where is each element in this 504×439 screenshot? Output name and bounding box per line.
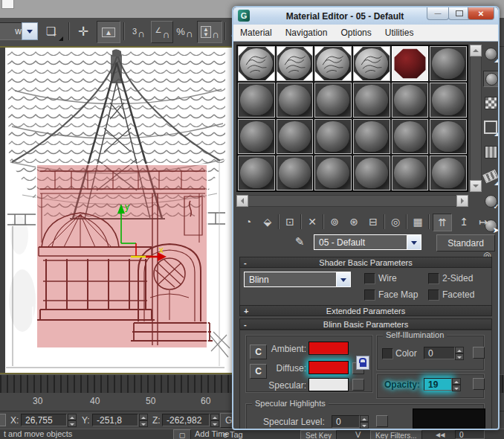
pick-material-eyedropper-icon[interactable]: ✎ <box>293 234 306 249</box>
material-sample-slot[interactable] <box>277 156 314 190</box>
material-sample-slot[interactable] <box>238 156 275 190</box>
transform-gizmo-toggle-icon[interactable] <box>0 414 6 426</box>
material-name-dropdown[interactable]: 05 - Default <box>314 234 407 250</box>
background-icon[interactable] <box>483 95 498 110</box>
y-coordinate-field[interactable]: -251,8 <box>92 414 138 426</box>
shader-rollout-header[interactable]: - Shader Basic Parameters <box>239 257 492 268</box>
use-pivot-point-center-icon[interactable]: ❏+ <box>42 21 64 42</box>
material-sample-slot[interactable] <box>314 156 352 190</box>
menu-navigation[interactable]: Navigation <box>279 25 335 41</box>
diffuse-color-swatch[interactable] <box>308 361 349 374</box>
scroll-right-icon[interactable] <box>456 195 468 207</box>
material-sample-slot[interactable] <box>277 119 314 154</box>
close-button[interactable]: ✕ <box>468 7 494 20</box>
keyboard-shortcut-override-icon[interactable]: ▲ <box>97 21 120 43</box>
extended-rollout-header[interactable]: + Extended Parameters <box>239 305 492 316</box>
material-sample-slot[interactable] <box>277 46 314 81</box>
coordinate-dropdown-arrow-icon[interactable] <box>22 22 38 40</box>
self-illumination-value-field[interactable]: 0 <box>424 347 455 359</box>
ambient-color-swatch[interactable] <box>308 342 349 355</box>
menu-material[interactable]: Material <box>233 25 279 41</box>
get-material-icon[interactable]: ◔ <box>239 214 257 230</box>
scroll-left-icon[interactable] <box>236 195 248 207</box>
material-sample-slot[interactable] <box>353 83 390 118</box>
shader-type-dropdown[interactable]: Blinn <box>244 272 337 287</box>
material-sample-slot[interactable] <box>430 46 467 81</box>
sample-uv-tiling-icon[interactable]: ◢ <box>483 120 498 135</box>
material-sample-slot[interactable] <box>392 156 429 190</box>
material-sample-slot[interactable] <box>430 156 467 190</box>
material-sample-slot[interactable] <box>238 83 275 118</box>
add-time-tag-fragment[interactable]: e Tag <box>223 430 243 439</box>
material-type-button[interactable]: Standard <box>436 234 495 251</box>
material-sample-slot[interactable] <box>430 119 467 154</box>
self-illumination-spinner[interactable] <box>455 347 464 360</box>
go-to-parent-icon[interactable]: ↥ <box>455 214 473 230</box>
viewport[interactable]: y x <box>0 46 232 374</box>
put-material-to-scene-icon[interactable]: ⬙ <box>259 214 277 230</box>
sample-hscrollbar[interactable] <box>236 195 468 207</box>
reset-map-icon[interactable]: ✕ <box>303 214 321 230</box>
opacity-map-button[interactable] <box>473 378 485 390</box>
material-sample-slot[interactable] <box>314 119 352 154</box>
spinner-snap-toggle-icon[interactable]: ▲▼ <box>197 21 222 43</box>
backlight-icon[interactable] <box>483 71 500 87</box>
material-sample-slot[interactable] <box>277 83 314 118</box>
menu-utilities[interactable]: Utilities <box>378 25 421 41</box>
key-filters-button[interactable]: Key Filters... <box>370 430 422 439</box>
menu-options[interactable]: Options <box>334 25 378 41</box>
specular-level-spinner[interactable] <box>360 415 369 429</box>
two-sided-checkbox[interactable] <box>428 273 439 284</box>
faceted-checkbox[interactable] <box>428 289 439 301</box>
show-map-in-viewport-icon[interactable]: ▦ <box>409 214 427 230</box>
sample-type-icon[interactable]: ◢ <box>483 46 498 61</box>
z-spinner[interactable] <box>210 414 219 427</box>
scroll-down-icon[interactable] <box>470 180 482 192</box>
y-spinner[interactable] <box>139 414 148 427</box>
material-sample-slot[interactable] <box>314 83 352 118</box>
select-and-manipulate-icon[interactable]: ✛ <box>73 21 94 42</box>
ad-lock-icon[interactable] <box>356 356 369 370</box>
blinn-rollout-header[interactable]: - Blinn Basic Parameters <box>239 318 492 330</box>
snap-toggle-3d-icon[interactable]: 3 <box>128 21 149 42</box>
isolate-selection-icon[interactable]: ▢ <box>173 429 191 439</box>
material-sample-slot[interactable] <box>353 119 390 154</box>
material-sample-slot[interactable] <box>238 46 275 81</box>
material-sample-slot[interactable] <box>314 46 352 81</box>
specular-color-swatch[interactable] <box>308 378 349 391</box>
current-frame-field[interactable]: 0 <box>455 430 485 439</box>
material-sample-slot[interactable] <box>353 46 390 81</box>
wire-checkbox[interactable] <box>364 273 375 284</box>
opacity-spinner[interactable] <box>452 378 461 391</box>
material-sample-slot[interactable] <box>430 83 467 118</box>
shader-type-dropdown-arrow-icon[interactable] <box>336 272 351 287</box>
previous-frame-icon[interactable]: ◀◀ <box>436 432 445 438</box>
assign-material-to-selection-icon[interactable]: ⊡ <box>281 214 299 230</box>
material-name-dropdown-arrow-icon[interactable] <box>407 234 421 250</box>
material-editor-titlebar[interactable]: G Material Editor - 05 - Default — ✕ <box>233 7 498 25</box>
show-end-result-icon[interactable]: ⇈ <box>433 214 452 231</box>
z-coordinate-field[interactable]: -262,982 <box>162 414 210 426</box>
material-sample-slot[interactable] <box>392 46 429 81</box>
face-map-checkbox[interactable] <box>364 289 375 301</box>
material-sample-slot[interactable] <box>353 156 390 190</box>
video-color-check-icon[interactable] <box>483 144 498 159</box>
specular-level-map-button[interactable] <box>376 415 388 427</box>
x-coordinate-field[interactable]: 26,755 <box>21 414 67 426</box>
set-key-button[interactable]: Set Key <box>300 430 337 439</box>
put-to-library-icon[interactable]: ⊟ <box>364 214 382 230</box>
material-id-channel-icon[interactable]: ◎ <box>387 214 404 230</box>
sample-vscrollbar[interactable] <box>470 45 482 192</box>
self-illumination-color-checkbox[interactable] <box>382 348 393 359</box>
angle-snap-toggle-icon[interactable]: ∠ <box>151 21 173 43</box>
go-forward-to-sibling-icon[interactable]: ↦ <box>474 214 492 230</box>
options-icon[interactable]: ✓ <box>483 193 498 208</box>
make-unique-icon[interactable]: ⊛ <box>345 214 363 230</box>
material-sample-slot[interactable] <box>392 119 429 154</box>
scroll-up-icon[interactable] <box>470 45 482 57</box>
make-preview-icon[interactable]: ◢ <box>483 169 498 184</box>
self-illumination-map-button[interactable] <box>473 347 485 359</box>
material-sample-slot[interactable] <box>238 119 275 154</box>
material-sample-slot[interactable] <box>392 83 429 118</box>
selected-plane-overlay[interactable] <box>33 164 213 348</box>
